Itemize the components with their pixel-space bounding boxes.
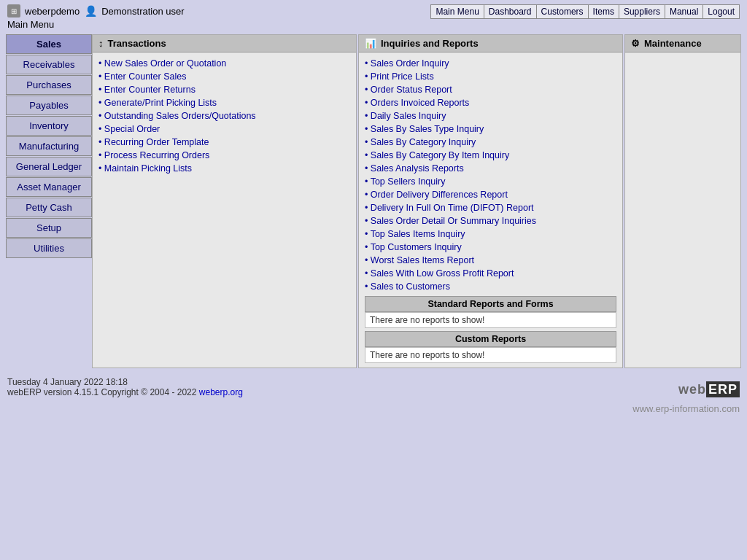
sidebar: Sales Receivables Purchases Payables Inv… [6, 34, 92, 368]
nav-suppliers[interactable]: Suppliers [619, 4, 665, 19]
user-label: Demonstration user [101, 6, 184, 17]
transactions-icon: ↕ [98, 38, 104, 49]
nav-links: Main Menu Dashboard Customers Items Supp… [430, 4, 740, 19]
footer-website-link[interactable]: weberp.org [199, 387, 243, 397]
main-columns: ↕ Transactions New Sales Order or Quotat… [92, 34, 741, 368]
link-sales-by-category[interactable]: Sales By Category Inquiry [365, 136, 616, 149]
maintenance-title: Maintenance [644, 38, 702, 49]
link-orders-invoiced-reports[interactable]: Orders Invoiced Reports [365, 96, 616, 109]
nav-main-menu[interactable]: Main Menu [430, 4, 483, 19]
sidebar-item-general-ledger[interactable]: General Ledger [6, 157, 92, 176]
content-area: Sales Receivables Purchases Payables Inv… [6, 34, 741, 368]
link-top-sellers-inquiry[interactable]: Top Sellers Inquiry [365, 175, 616, 188]
link-sales-to-customers[interactable]: Sales to Customers [365, 280, 616, 293]
link-worst-sales-items[interactable]: Worst Sales Items Report [365, 254, 616, 267]
sidebar-item-petty-cash[interactable]: Petty Cash [6, 198, 92, 217]
link-sales-by-category-item[interactable]: Sales By Category By Item Inquiry [365, 149, 616, 162]
link-order-delivery-differences[interactable]: Order Delivery Differences Report [365, 188, 616, 201]
user-icon: 👤 [84, 4, 97, 18]
nav-logout[interactable]: Logout [703, 4, 740, 19]
link-difot-report[interactable]: Delivery In Full On Time (DIFOT) Report [365, 201, 616, 214]
transactions-panel: ↕ Transactions New Sales Order or Quotat… [92, 34, 357, 368]
sidebar-item-payables[interactable]: Payables [6, 96, 92, 115]
link-special-order[interactable]: Special Order [98, 122, 350, 136]
gear-icon: ⚙ [631, 38, 640, 49]
link-top-sales-items[interactable]: Top Sales Items Inquiry [365, 228, 616, 241]
link-print-price-lists[interactable]: Print Price Lists [365, 70, 616, 83]
link-sales-analysis-reports[interactable]: Sales Analysis Reports [365, 162, 616, 175]
top-bar: ⊞ weberpdemo 👤 Demonstration user Main M… [0, 0, 747, 31]
sidebar-item-setup[interactable]: Setup [6, 218, 92, 238]
footer-datetime: Tuesday 4 January 2022 18:18 [7, 377, 243, 387]
standard-reports-header: Standard Reports and Forms [365, 296, 616, 312]
nav-items[interactable]: Items [588, 4, 619, 19]
link-top-customers-inquiry[interactable]: Top Customers Inquiry [365, 241, 616, 254]
inquiries-body: Sales Order Inquiry Print Price Lists Or… [359, 52, 622, 368]
brand-erp: ERP [706, 381, 740, 397]
standard-reports-empty: There are no reports to show! [365, 312, 616, 328]
app-icon: ⊞ [7, 4, 20, 18]
link-low-gross-profit[interactable]: Sales With Low Gross Profit Report [365, 267, 616, 280]
maintenance-panel: ⚙ Maintenance [624, 34, 741, 368]
sidebar-item-asset-manager[interactable]: Asset Manager [6, 177, 92, 197]
link-enter-counter-returns[interactable]: Enter Counter Returns [98, 83, 350, 96]
link-sales-order-inquiry[interactable]: Sales Order Inquiry [365, 57, 616, 70]
transactions-body: New Sales Order or Quotation Enter Count… [93, 52, 356, 179]
link-enter-counter-sales[interactable]: Enter Counter Sales [98, 70, 350, 83]
footer-brand: webERP [678, 382, 740, 397]
footer-left: Tuesday 4 January 2022 18:18 webERP vers… [7, 377, 243, 397]
sidebar-item-purchases[interactable]: Purchases [6, 75, 92, 95]
sidebar-item-utilities[interactable]: Utilities [6, 238, 92, 258]
user-line: ⊞ weberpdemo 👤 Demonstration user [7, 4, 185, 18]
link-new-sales-order[interactable]: New Sales Order or Quotation [98, 57, 350, 70]
link-maintain-picking-lists[interactable]: Maintain Picking Lists [98, 162, 350, 175]
link-sales-by-type[interactable]: Sales By Sales Type Inquiry [365, 122, 616, 136]
user-info: ⊞ weberpdemo 👤 Demonstration user Main M… [7, 4, 185, 30]
inquiries-icon: 📊 [365, 38, 376, 49]
nav-customers[interactable]: Customers [536, 4, 588, 19]
link-generate-picking-lists[interactable]: Generate/Print Picking Lists [98, 96, 350, 109]
watermark: www.erp-information.com [0, 403, 747, 417]
transactions-header: ↕ Transactions [93, 35, 356, 52]
page-title: Main Menu [7, 19, 185, 30]
maintenance-body [625, 52, 740, 61]
nav-dashboard[interactable]: Dashboard [484, 4, 536, 19]
link-outstanding-sales-orders[interactable]: Outstanding Sales Orders/Quotations [98, 109, 350, 122]
nav-manual[interactable]: Manual [665, 4, 703, 19]
custom-reports-empty: There are no reports to show! [365, 347, 616, 363]
link-daily-sales-inquiry[interactable]: Daily Sales Inquiry [365, 109, 616, 122]
sidebar-item-receivables[interactable]: Receivables [6, 55, 92, 74]
link-process-recurring-orders[interactable]: Process Recurring Orders [98, 149, 350, 162]
inquiries-panel: 📊 Inquiries and Reports Sales Order Inqu… [358, 34, 623, 368]
link-recurring-order-template[interactable]: Recurring Order Template [98, 136, 350, 149]
sidebar-item-sales[interactable]: Sales [6, 34, 92, 54]
inquiries-header: 📊 Inquiries and Reports [359, 35, 622, 52]
custom-reports-header: Custom Reports [365, 331, 616, 347]
maintenance-header: ⚙ Maintenance [625, 35, 740, 52]
username: weberpdemo [25, 6, 80, 17]
link-order-status-report[interactable]: Order Status Report [365, 83, 616, 96]
link-sales-order-detail-summary[interactable]: Sales Order Detail Or Summary Inquiries [365, 214, 616, 228]
inquiries-title: Inquiries and Reports [381, 38, 479, 49]
footer-version: webERP version 4.15.1 Copyright © 2004 -… [7, 387, 243, 397]
sidebar-item-inventory[interactable]: Inventory [6, 116, 92, 136]
sidebar-item-manufacturing[interactable]: Manufacturing [6, 136, 92, 156]
footer: Tuesday 4 January 2022 18:18 webERP vers… [0, 371, 747, 403]
transactions-title: Transactions [108, 38, 166, 49]
brand-web: web [678, 382, 706, 397]
